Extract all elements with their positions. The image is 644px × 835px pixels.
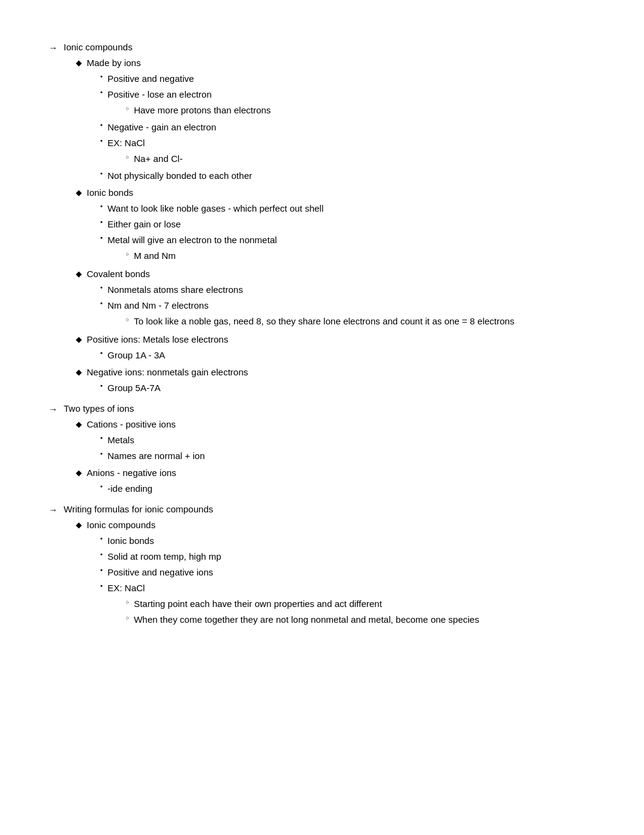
bullet-icon: ● <box>100 300 102 307</box>
positive-negative-item: ● Positive and negative <box>100 72 570 86</box>
ex-nacl-sub-item: ● EX: NaCl ○ Starting point each have th… <box>100 581 570 628</box>
bullet-icon: ● <box>100 170 102 178</box>
ide-ending-item: ● -ide ending <box>100 481 570 496</box>
circle-icon: ○ <box>126 104 129 113</box>
diamond-icon-7: ◆ <box>76 467 82 480</box>
level4-nm-7: ○ To look like a noble gas, need 8, so t… <box>126 314 570 329</box>
come-together-label: When they come together they are not lon… <box>134 612 480 627</box>
metals-label: Metals <box>107 433 134 448</box>
ionic-bonds-sub-label: Ionic bonds <box>107 534 154 548</box>
noble-gases-item: ● Want to look like noble gases - which … <box>100 201 570 216</box>
metals-item: ● Metals <box>100 433 570 448</box>
ionic-bonds-label: Ionic bonds <box>87 187 133 198</box>
bullet-icon: ● <box>100 137 102 145</box>
positive-lose-item: ● Positive - lose an electron ○ Have mor… <box>100 87 570 119</box>
arrow-icon-3: → <box>49 503 58 517</box>
bullet-icon: ● <box>100 203 102 210</box>
m-nm-item: ○ M and Nm <box>126 249 570 263</box>
level3-anions: ● -ide ending <box>100 481 570 496</box>
arrow-icon-1: → <box>49 41 58 55</box>
circle-icon: ○ <box>126 597 129 607</box>
anions-label: Anions - negative ions <box>87 468 176 478</box>
m-nm-label: M and Nm <box>134 249 176 263</box>
ide-ending-label: -ide ending <box>107 481 152 496</box>
covalent-bonds-content: Covalent bonds ● Nonmetals atoms share e… <box>87 267 570 331</box>
ionic-bonds-content: Ionic bonds ● Want to look like noble ga… <box>87 186 570 266</box>
made-by-ions-content: Made by ions ● Positive and negative ● <box>87 56 570 184</box>
ionic-bonds-sub-item: ● Ionic bonds <box>100 534 570 548</box>
cations-item: ◆ Cations - positive ions ● Metals ● Nam… <box>76 417 570 464</box>
metal-give-label: Metal will give an electron to the nonme… <box>107 235 277 245</box>
level4-nacl: ○ Na+ and Cl- <box>126 152 570 166</box>
diamond-icon-3: ◆ <box>76 268 82 281</box>
diamond-icon-5: ◆ <box>76 366 82 379</box>
negative-gain-label: Negative - gain an electron <box>107 120 216 135</box>
writing-formulas-label: Writing formulas for ionic compounds <box>64 504 213 514</box>
positive-ions-content: Positive ions: Metals lose electrons ● G… <box>87 332 570 364</box>
level3-made-by-ions: ● Positive and negative ● Positive - los… <box>100 72 570 183</box>
circle-icon: ○ <box>126 315 129 324</box>
bullet-icon: ● <box>100 434 102 442</box>
ex-nacl-item: ● EX: NaCl ○ Na+ and Cl- <box>100 136 570 167</box>
made-by-ions-label: Made by ions <box>87 58 141 68</box>
section-ionic-compounds: → Ionic compounds ◆ Made by ions ● Posit… <box>49 40 570 398</box>
negative-ions-content: Negative ions: nonmetals gain electrons … <box>87 365 570 397</box>
section-writing-formulas: → Writing formulas for ionic compounds ◆… <box>49 502 570 631</box>
group-1a-3a-item: ● Group 1A - 3A <box>100 348 570 363</box>
covalent-bonds-label: Covalent bonds <box>87 269 150 279</box>
bullet-icon: ● <box>100 382 102 390</box>
level2-list-1: ◆ Made by ions ● Positive and negative <box>76 56 570 397</box>
pos-neg-ions-label: Positive and negative ions <box>107 565 213 580</box>
made-by-ions-item: ◆ Made by ions ● Positive and negative <box>76 56 570 184</box>
two-types-label: Two types of ions <box>64 403 134 414</box>
circle-icon: ○ <box>126 613 129 623</box>
diamond-icon-8: ◆ <box>76 519 82 532</box>
bullet-icon: ● <box>100 582 102 590</box>
bullet-icon: ● <box>100 566 102 574</box>
not-physically-label: Not physically bonded to each other <box>107 169 252 183</box>
nm-7-content: Nm and Nm - 7 electrons ○ To look like a… <box>107 298 570 330</box>
metal-give-content: Metal will give an electron to the nonme… <box>107 233 570 264</box>
either-gain-item: ● Either gain or lose <box>100 217 570 232</box>
circle-icon: ○ <box>126 152 129 162</box>
names-normal-label: Names are normal + ion <box>107 449 205 463</box>
more-protons-label: Have more protons than electrons <box>134 103 271 118</box>
level1-content-3: Writing formulas for ionic compounds ◆ I… <box>64 502 570 631</box>
level1-content-2: Two types of ions ◆ Cations - positive i… <box>64 401 570 498</box>
covalent-bonds-item: ◆ Covalent bonds ● Nonmetals atoms share… <box>76 267 570 331</box>
positive-ions-label: Positive ions: Metals lose electrons <box>87 334 228 344</box>
positive-lose-content: Positive - lose an electron ○ Have more … <box>107 87 570 119</box>
nonmetals-share-item: ● Nonmetals atoms share electrons <box>100 283 570 297</box>
level3-negative-ions: ● Group 5A-7A <box>100 381 570 395</box>
anions-content: Anions - negative ions ● -ide ending <box>87 466 570 497</box>
level4-positive-lose: ○ Have more protons than electrons <box>126 103 570 118</box>
solid-room-temp-item: ● Solid at room temp, high mp <box>100 549 570 564</box>
group-5a-7a-label: Group 5A-7A <box>107 381 161 395</box>
cations-label: Cations - positive ions <box>87 419 176 429</box>
ex-nacl-sub-label: EX: NaCl <box>107 583 145 593</box>
positive-negative-label: Positive and negative <box>107 72 194 86</box>
negative-gain-item: ● Negative - gain an electron <box>100 120 570 135</box>
level3-ionic-sub: ● Ionic bonds ● Solid at room temp, high… <box>100 534 570 628</box>
metal-give-item: ● Metal will give an electron to the non… <box>100 233 570 264</box>
noble-gas-share-label: To look like a noble gas, need 8, so the… <box>134 314 515 329</box>
nonmetals-share-label: Nonmetals atoms share electrons <box>107 283 243 297</box>
ex-nacl-label: EX: NaCl <box>107 138 145 148</box>
level3-ionic-bonds: ● Want to look like noble gases - which … <box>100 201 570 264</box>
level2-list-3: ◆ Ionic compounds ● Ionic bonds ● Solid … <box>76 518 570 629</box>
ionic-compounds-sub-content: Ionic compounds ● Ionic bonds ● Solid at… <box>87 518 570 629</box>
bullet-icon: ● <box>100 349 102 357</box>
names-normal-item: ● Names are normal + ion <box>100 449 570 463</box>
bullet-icon: ● <box>100 89 102 96</box>
ex-nacl-sub-content: EX: NaCl ○ Starting point each have thei… <box>107 581 570 628</box>
circle-icon: ○ <box>126 249 129 259</box>
level3-covalent: ● Nonmetals atoms share electrons ● Nm a… <box>100 283 570 330</box>
level2-list-2: ◆ Cations - positive ions ● Metals ● Nam… <box>76 417 570 497</box>
starting-point-item: ○ Starting point each have their own pro… <box>126 597 570 611</box>
bullet-icon: ● <box>100 284 102 292</box>
level4-nacl-sub: ○ Starting point each have their own pro… <box>126 597 570 627</box>
bullet-icon: ● <box>100 483 102 491</box>
cations-content: Cations - positive ions ● Metals ● Names… <box>87 417 570 464</box>
positive-lose-label: Positive - lose an electron <box>107 89 212 99</box>
positive-ions-item: ◆ Positive ions: Metals lose electrons ●… <box>76 332 570 364</box>
